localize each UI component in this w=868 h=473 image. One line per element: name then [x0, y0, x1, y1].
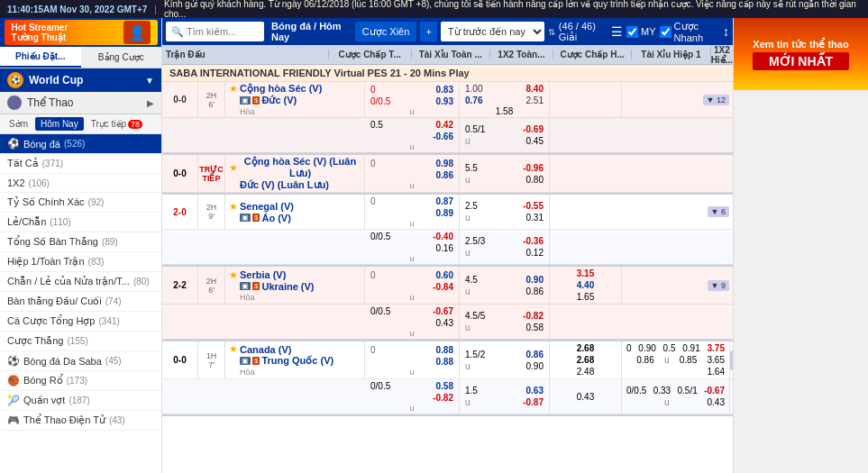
- m4-teams: ★ Serbia (V) ▣ $ Ukraine (V) Hòa: [225, 267, 365, 304]
- m1-u-row: u: [367, 107, 457, 116]
- m3-star[interactable]: ★: [229, 201, 238, 213]
- cuoc-nhanh-checkbox[interactable]: [660, 26, 672, 38]
- sidebar-item-le-chan[interactable]: Lẻ/Chẵn (110): [0, 213, 161, 232]
- m1-xiu1[interactable]: 8.40: [526, 84, 544, 94]
- sidebar-item-ty-so[interactable]: Tỷ Số Chính Xác (92): [0, 193, 161, 213]
- ad-title: Xem tin tức thể thao: [753, 39, 848, 50]
- m3-sub-o1[interactable]: -0.40: [433, 232, 453, 241]
- m2-xiu1[interactable]: -0.96: [523, 163, 544, 173]
- bang-cuoc-tab[interactable]: Bảng Cược: [81, 47, 162, 68]
- bong-da-homnay-label: Bóng đá / Hôm Nay: [268, 21, 352, 42]
- m2-team2[interactable]: Đức (V) (Luân Lưu): [240, 179, 329, 191]
- match-count: (46 / 46) Giải: [559, 21, 608, 43]
- sidebar-item-bong-da[interactable]: ⚽ Bóng đá (526): [0, 134, 161, 154]
- match-group-2: 0-0 TRỰC TIẾP ★ Cộng hòa Séc (V) (Luân L…: [162, 155, 733, 195]
- my-checkbox[interactable]: [626, 26, 638, 38]
- m4-sub-o1[interactable]: -0.67: [433, 306, 453, 316]
- m1-sub-o1[interactable]: 0.42: [436, 120, 453, 130]
- m1-team1[interactable]: Cộng hòa Séc (V): [240, 83, 322, 95]
- m1-icon-s[interactable]: $: [252, 96, 260, 105]
- m5-odds2[interactable]: 0.88: [436, 357, 453, 367]
- match-row-3-sub: 0/0.5 -0.40 0.16 u 2.5/3 -0.36: [162, 230, 733, 265]
- m5-team2[interactable]: Trung Quốc (V): [261, 355, 333, 367]
- m1-sub-t1[interactable]: -0.69: [523, 124, 544, 134]
- sidebar-item-the-thao-dien-tu[interactable]: 🎮 Thể Thao Điện Tử (43): [0, 411, 161, 431]
- m1-odds1[interactable]: 0.83: [436, 85, 453, 95]
- match-row-5-main: 0-0 1H 7' ★ Canada (V) ▣ $: [162, 341, 733, 379]
- m2-team1[interactable]: Cộng hòa Séc (V) (Luân Lưu): [240, 156, 361, 179]
- m5-star[interactable]: ★: [229, 343, 238, 355]
- bong-da-icon: ⚽: [7, 138, 20, 150]
- m5-sub-o1[interactable]: 0.58: [436, 381, 453, 391]
- world-cup-section[interactable]: ⚽ World Cup ▼: [0, 68, 161, 92]
- sidebar-item-bong-ro[interactable]: 🏀 Bóng Rổ (173): [0, 371, 161, 391]
- m5-sub-t1[interactable]: 0.63: [526, 386, 544, 396]
- sidebar-item-bong-da-saba[interactable]: ⚽ Bóng đá Da Saba (45): [0, 351, 161, 371]
- m2-teams: ★ Cộng hòa Séc (V) (Luân Lưu) Đức (V) (L…: [225, 155, 365, 192]
- match-row-1-main: 0-0 2H 6' ★ Cộng hòa Séc (V) ▣: [162, 82, 733, 118]
- m5-icon1[interactable]: ▣: [240, 357, 251, 365]
- m3-xiu1[interactable]: -0.55: [523, 201, 544, 211]
- m4-hoa: Hòa: [240, 293, 255, 302]
- sidebar-item-ban-thang[interactable]: Bàn thắng Đầu/ Cuối (74): [0, 292, 161, 312]
- m4-star[interactable]: ★: [229, 269, 238, 281]
- m3-odds2[interactable]: 0.89: [436, 208, 453, 218]
- m4-icon1[interactable]: ▣: [240, 282, 251, 290]
- the-thao-section[interactable]: Thể Thao ▶: [0, 92, 161, 114]
- search-input[interactable]: [187, 26, 259, 37]
- m4-odds1[interactable]: 0.60: [436, 270, 453, 280]
- tu-truoc-dropdown[interactable]: Từ trước đến nay: [441, 22, 544, 41]
- m1-sub-o2[interactable]: -0.66: [433, 132, 453, 141]
- sidebar-item-tong-so[interactable]: Tổng Số Bàn Thắng (89): [0, 232, 161, 252]
- m1-tai2[interactable]: 0.76: [465, 96, 482, 105]
- m5-r5[interactable]: 3.75: [708, 343, 725, 353]
- m4-team2[interactable]: Ukraine (V): [261, 281, 314, 292]
- sidebar-item-quan-vot[interactable]: 🎾 Quần vợt (187): [0, 391, 161, 411]
- cuoc-xien-btn[interactable]: Cược Xiên: [355, 22, 417, 41]
- m1-odds2[interactable]: 0.93: [436, 96, 453, 106]
- m4-count-badge[interactable]: ▼ 9: [708, 280, 729, 291]
- m2-odds1[interactable]: 0.98: [436, 159, 453, 168]
- filter-tructiep[interactable]: Trực tiếp78: [86, 117, 148, 131]
- sidebar-item-chan-le[interactable]: Chẵn / Lẻ của Nửa trận/T... (80): [0, 272, 161, 292]
- m1-team2[interactable]: Đức (V): [261, 95, 297, 106]
- m4-xiu1[interactable]: 0.90: [526, 275, 544, 285]
- m4-odds2[interactable]: -0.84: [433, 282, 453, 292]
- m2-odds2[interactable]: 0.86: [436, 170, 453, 180]
- sidebar-item-cuoc-thang[interactable]: Cược Thắng (155): [0, 332, 161, 351]
- phieu-dat-tab[interactable]: Phiếu Đặt...: [0, 47, 81, 68]
- m5-odds1[interactable]: 0.88: [436, 345, 453, 355]
- m5-icon2[interactable]: $: [252, 357, 260, 365]
- m4-team1[interactable]: Serbia (V): [240, 269, 286, 280]
- saba-header: SABA INTERNATIONAL FRIENDLY Virtual PES …: [162, 65, 733, 82]
- filter-homnay[interactable]: Hôm Nay: [35, 117, 84, 131]
- m5-team1[interactable]: Canada (V): [240, 344, 291, 355]
- m3-team2[interactable]: Áo (V): [261, 213, 290, 223]
- sidebar-item-hiep1[interactable]: Hiệp 1/Toàn Trận (83): [0, 252, 161, 272]
- m3-count-badge[interactable]: ▼ 6: [708, 206, 729, 217]
- m3-icon2[interactable]: $: [252, 214, 260, 222]
- m5-score: 0-0: [162, 341, 198, 378]
- m5-xiu1[interactable]: 0.86: [526, 350, 544, 359]
- m3-sub-t1[interactable]: -0.36: [523, 236, 544, 246]
- add-btn[interactable]: +: [420, 22, 437, 41]
- m4-icon2[interactable]: $: [252, 282, 260, 290]
- m1-sub-chap: 0.5 0.42 -0.66 u: [365, 118, 460, 152]
- filter-tructiep-label: Trực tiếp: [91, 119, 126, 129]
- m1-icon-box1[interactable]: ▣: [240, 96, 251, 105]
- m3-team1[interactable]: Senegal (V): [240, 201, 294, 212]
- m3-odds1[interactable]: 0.87: [436, 196, 453, 206]
- m3-icon1[interactable]: ▣: [240, 214, 251, 222]
- sidebar-item-tat-ca[interactable]: Tất Cả (371): [0, 154, 161, 174]
- sidebar-item-1x2[interactable]: 1X2 (106): [0, 174, 161, 193]
- col-tai-xiu-hiep: Tài Xỉu Hiệp 1: [631, 50, 709, 59]
- sidebar-item-ca-cuoc[interactable]: Cá Cược Tổng Hợp (341): [0, 312, 161, 332]
- m4-sub-t1[interactable]: -0.82: [523, 311, 544, 321]
- m5-tai-xiu: 1.5/2 0.86 u 0.90: [460, 341, 550, 378]
- m2-star[interactable]: ★: [229, 162, 238, 174]
- m5-sub-o2[interactable]: -0.82: [433, 393, 453, 403]
- filter-som[interactable]: Sớm: [4, 117, 33, 131]
- m1-star[interactable]: ★: [229, 83, 238, 95]
- sort-icon[interactable]: ↕: [723, 24, 729, 39]
- m1-count-badge[interactable]: ▼ 12: [703, 95, 729, 105]
